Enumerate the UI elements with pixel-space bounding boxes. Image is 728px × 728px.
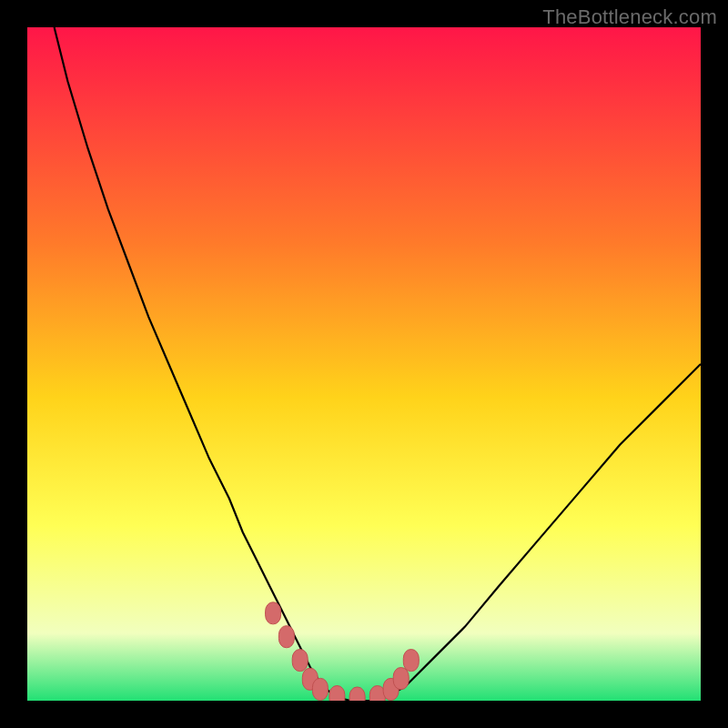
highlight-marker xyxy=(329,686,345,701)
highlight-marker xyxy=(403,650,419,672)
highlight-marker xyxy=(312,678,328,700)
gradient-bg xyxy=(27,27,701,701)
highlight-marker xyxy=(292,650,308,672)
watermark-text: TheBottleneck.com xyxy=(542,5,717,29)
highlight-marker xyxy=(393,668,409,690)
plot-area xyxy=(27,27,701,701)
highlight-marker xyxy=(349,687,365,701)
chart-root: TheBottleneck.com xyxy=(0,0,728,728)
highlight-marker xyxy=(266,602,281,624)
chart-svg xyxy=(27,27,701,701)
highlight-marker xyxy=(278,626,294,648)
